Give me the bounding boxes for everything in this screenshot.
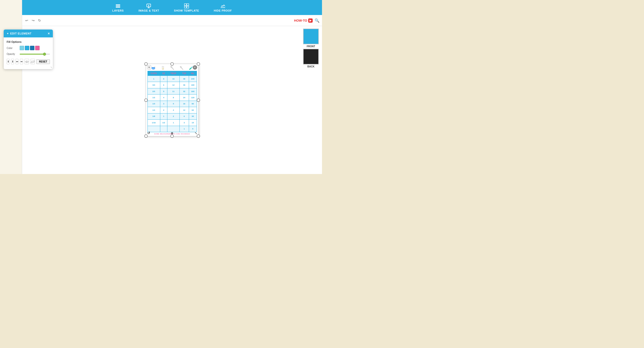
table-cell: 1 [168,120,180,126]
table-body: 1816482403/4612361802/3511321601/2482412… [148,76,197,132]
youtube-icon: ▶ [308,19,313,23]
fill-options-title: Fill Options [7,40,50,43]
canvas-area: ⎘ × ↺ ⊕ ⤡ 🥣 🥛 🥄 🥄 🧪 CUPS OZ TBSP [22,26,322,174]
handle-left-mid[interactable] [144,98,148,102]
table-cell: 6 [180,113,189,119]
rotate-handle[interactable]: ↺ [147,131,150,135]
hide-proof-icon [220,3,226,9]
table-cell: 80 [189,101,197,107]
transform-row: ⬆ ⬇ ⬅ ➡ ◁▷ △▽ RESET [7,59,50,64]
thumb-back[interactable]: BACK [302,49,320,68]
reset-button[interactable]: RESET [36,59,50,64]
handle-top-left[interactable] [144,62,148,66]
table-cell: 1/16 [148,120,160,126]
table-cell: 24 [180,94,189,101]
icons-row: 🥣 🥛 🥄 🥄 🧪 [148,66,197,70]
action-bar: ↩ ↪ ↻ HOW-TO ▶ 🔍 [22,15,322,26]
toolbar-hide-proof[interactable]: HIDE PROOF [214,3,232,12]
table-row: 15 [148,126,197,132]
flask-icon: 🧪 [189,66,193,70]
thumb-front[interactable]: FRONT [302,29,320,48]
handle-top-mid[interactable] [170,62,174,66]
design-card: ⎘ × ↺ ⊕ ⤡ 🥣 🥛 🥄 🥄 🧪 CUPS OZ TBSP [146,64,198,136]
image-text-icon [146,3,152,9]
table-row: 1/24824120 [148,94,197,101]
toolbar-image-text[interactable]: IMAGE & TEXT [138,3,159,12]
table-cell: 48 [180,76,189,82]
svg-rect-9 [184,6,186,8]
flip-v-button[interactable]: △▽ [30,59,35,64]
edit-panel-header: ✦ EDIT ELEMENT × [4,30,53,37]
table-cell: 5 [160,88,168,94]
col-oz: OZ [160,71,168,76]
col-tsp: TSP [180,71,189,76]
svg-rect-1 [116,6,120,7]
table-cell: 1 [160,113,168,119]
table-cell: 8 [160,76,168,82]
swatch-4[interactable] [35,46,40,50]
how-to-label: HOW-TO [294,19,307,22]
spoon-large-icon: 🥄 [170,66,174,70]
handle-bottom-mid[interactable] [170,134,174,138]
zoom-button[interactable]: 🔍 [315,18,320,23]
measurement-table: CUPS OZ TBSP TSP ML 1816482403/461236180… [148,71,197,132]
table-cell: 1 [148,76,160,82]
table-header-row: CUPS OZ TBSP TSP ML [148,71,197,76]
table-cell: 3 [160,101,168,107]
handle-right-mid[interactable] [197,98,200,102]
swatch-2[interactable] [25,46,29,50]
redo-button[interactable]: ↪ [31,18,36,23]
table-cell [168,126,180,132]
swatch-3[interactable] [30,46,34,50]
table-cell: 32 [180,88,189,94]
svg-rect-0 [116,5,120,5]
resize-corner[interactable]: ⤡ [50,66,52,69]
toolbar-layers[interactable]: LAYERS [112,3,124,12]
table-cell: 16 [168,76,180,82]
thumb-front-label: FRONT [307,45,315,48]
table-cell: 3 [180,120,189,126]
handle-top-right[interactable] [197,62,200,66]
table-cell: 2 [160,107,168,113]
table-cell: 2/3 [148,88,160,94]
opacity-label: Opacity [7,53,18,55]
refresh-button[interactable]: ↻ [37,18,42,23]
align-right-button[interactable]: ➡ [20,59,23,64]
table-row: 1/3351680 [148,101,197,107]
col-cups: CUPS [148,71,160,76]
opacity-slider[interactable] [20,54,50,55]
table-cell [160,126,168,132]
table-cell: 120 [189,94,197,101]
table-cell: 1/2 [160,120,168,126]
table-cell: 30 [189,113,197,119]
left-sidebar [0,0,22,174]
table-cell: 180 [189,82,197,88]
undo-button[interactable]: ↩ [24,18,29,23]
swatch-1[interactable] [20,46,24,50]
close-panel-button[interactable]: × [48,32,50,36]
toolbar: LAYERS IMAGE & TEXT SHOW TEMPLATE HIDE P… [22,0,322,15]
edit-panel-title: ✦ EDIT ELEMENT [7,32,32,35]
table-cell: 4 [168,107,180,113]
action-bar-right: HOW-TO ▶ 🔍 [294,18,320,23]
handle-bottom-left[interactable] [144,134,148,138]
show-template-label: SHOW TEMPLATE [174,9,199,12]
move-handle[interactable]: ⊕ [171,131,173,135]
handle-bottom-right[interactable] [197,134,200,138]
table-row: 1/4241260 [148,107,197,113]
toolbar-show-template[interactable]: SHOW TEMPLATE [174,3,199,12]
align-top-button[interactable]: ⬆ [7,59,10,64]
svg-rect-2 [116,7,120,8]
scale-handle[interactable]: ⤡ [195,131,197,135]
table-cell: 240 [189,76,197,82]
align-left-button[interactable]: ⬅ [16,59,18,64]
table-cell: 2 [168,113,180,119]
close-handle[interactable]: × [193,65,197,70]
align-bottom-button[interactable]: ⬇ [11,59,14,64]
copy-handle[interactable]: ⎘ [147,65,151,69]
table-cell: 3/4 [148,82,160,88]
flip-h-button[interactable]: ◁▷ [24,59,29,64]
thumb-front-box [303,29,319,44]
layers-label: LAYERS [112,9,124,12]
how-to-link[interactable]: HOW-TO ▶ [294,19,313,23]
